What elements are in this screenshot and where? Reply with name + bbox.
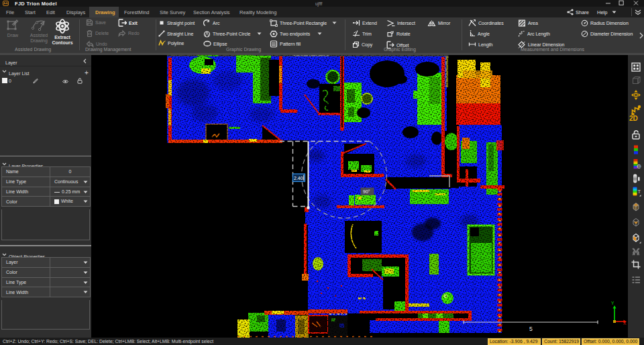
svg-text:B: B: [638, 164, 641, 168]
svg-text:90°: 90°: [363, 189, 370, 194]
svg-text:5: 5: [529, 326, 533, 332]
svg-text:X: X: [623, 321, 627, 326]
svg-text:2.40: 2.40: [294, 176, 303, 181]
svg-text:Y: Y: [611, 301, 614, 305]
svg-text:T: T: [638, 189, 641, 195]
